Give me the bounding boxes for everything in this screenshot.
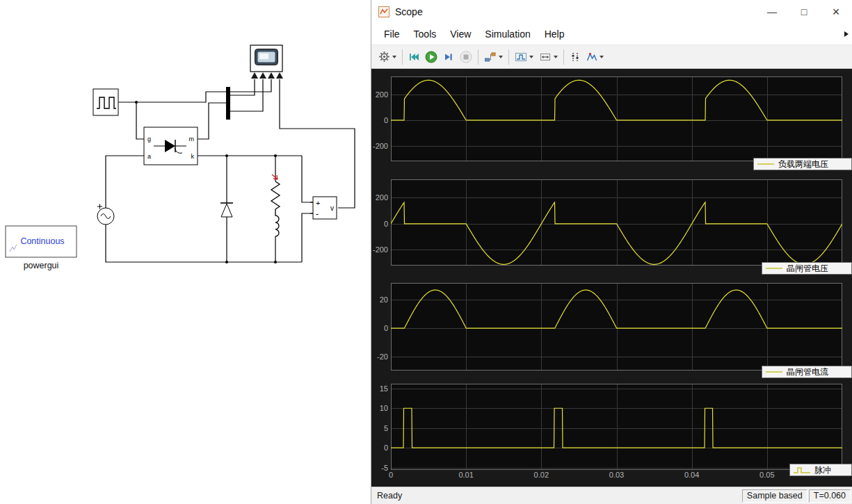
legend-label: 脉冲 — [814, 464, 831, 476]
plus-terminal-icon — [97, 204, 102, 209]
legend-thyristor-voltage[interactable]: 晶闸管电压 — [762, 262, 852, 275]
x-tick-label: 0.03 — [609, 471, 624, 479]
settings-gear-icon — [378, 51, 390, 63]
step-back-button[interactable] — [405, 47, 422, 66]
wire-a-to-source — [106, 156, 144, 208]
menu-view[interactable]: View — [443, 26, 478, 42]
series-rlc-branch-block[interactable] — [271, 174, 280, 236]
title-bar[interactable]: Scope — □ × — [371, 0, 852, 24]
highlight-source-button[interactable] — [481, 47, 506, 66]
minimize-button[interactable]: — — [756, 0, 788, 24]
scope-screen-icon — [255, 49, 278, 65]
trigger-icon — [515, 51, 527, 63]
y-tick-label: 0 — [371, 444, 388, 452]
y-tick-label: 200 — [371, 193, 388, 202]
powergui-mode-label: Continuous — [20, 236, 64, 246]
legend-line-sample — [757, 161, 775, 168]
cursor-measurements-button[interactable] — [567, 47, 584, 66]
menu-overflow-arrow-icon[interactable] — [844, 31, 849, 37]
desktop: g a m k — [0, 0, 852, 504]
wire-demux-out1 — [230, 79, 255, 95]
voltage-measurement-block[interactable]: + - v — [310, 197, 337, 219]
plot-area: 2000-200 2000-200 200-20 151050-5 负载两端电压… — [371, 69, 852, 487]
wire-to-voltmeter-plus — [302, 156, 313, 202]
powergui-block[interactable]: Continuous powergui — [6, 226, 77, 270]
scope-app-icon — [378, 6, 389, 17]
close-button[interactable]: × — [820, 0, 852, 24]
menu-file[interactable]: File — [377, 26, 407, 42]
status-bar: Ready Sample based T=0.060 — [371, 487, 852, 504]
waveform-canvas[interactable] — [391, 76, 842, 161]
menu-tools[interactable]: Tools — [407, 26, 444, 42]
maximize-button[interactable]: □ — [788, 0, 820, 24]
scope-window: Scope — □ × FileToolsViewSimulationHelp — [371, 0, 852, 504]
port-label-m: m — [189, 136, 195, 143]
legend-pulse-sample — [793, 466, 811, 474]
run-icon — [425, 51, 437, 63]
peak-finder-button[interactable] — [584, 47, 606, 66]
port-label-k: k — [191, 153, 195, 160]
powergui-name-label: powergui — [24, 261, 59, 270]
y-tick-label: 10 — [371, 404, 388, 412]
trigger-button[interactable] — [512, 47, 536, 66]
scope-block[interactable] — [250, 45, 283, 79]
waveform-canvas[interactable] — [391, 283, 842, 371]
y-tick-label: 20 — [371, 295, 388, 304]
legend-load-voltage[interactable]: 负载两端电压 — [753, 158, 852, 170]
legend-label: 晶闸管电压 — [787, 263, 828, 275]
trigger-dropdown-icon[interactable] — [529, 56, 533, 58]
x-tick-label: 0.02 — [534, 471, 549, 479]
y-tick-label: -200 — [371, 142, 388, 150]
y-tick-label: 0 — [371, 324, 388, 332]
step-back-icon — [408, 51, 419, 63]
pulse-generator-block[interactable] — [93, 89, 118, 115]
span-dropdown-icon[interactable] — [554, 56, 558, 58]
diode-block[interactable] — [220, 203, 233, 217]
menu-help[interactable]: Help — [538, 26, 572, 42]
scope-input-ports — [251, 72, 283, 79]
voltmeter-minus-label: - — [316, 209, 319, 219]
thyristor-block[interactable]: g a m k — [144, 127, 198, 165]
window-title: Scope — [395, 6, 423, 17]
peak-finder-icon — [586, 51, 597, 63]
voltmeter-output-label: v — [330, 204, 334, 212]
settings-dropdown-icon[interactable] — [392, 56, 396, 58]
inductor-icon — [275, 214, 279, 236]
toolbar — [371, 44, 852, 69]
x-tick-label: 0 — [389, 471, 393, 479]
wire-junctions — [135, 101, 277, 263]
menu-simulation[interactable]: Simulation — [478, 26, 537, 42]
menu-bar: FileToolsViewSimulationHelp — [371, 24, 852, 44]
legend-line-sample — [765, 265, 783, 272]
sample-mode-indicator: Sample based — [742, 489, 807, 503]
sim-time-indicator: T=0.060 — [809, 489, 851, 503]
run-button[interactable] — [422, 47, 440, 66]
peak-finder-dropdown-icon[interactable] — [600, 56, 604, 58]
span-button[interactable] — [536, 47, 561, 66]
wire-voltmeter-to-scope — [280, 79, 355, 208]
step-forward-button[interactable] — [440, 47, 457, 66]
highlight-dropdown-icon[interactable] — [499, 56, 503, 58]
x-tick-label: 0.04 — [684, 471, 699, 479]
y-tick-label: -200 — [371, 245, 388, 254]
y-tick-label: -20 — [371, 352, 388, 361]
scope-plot-thyristor-voltage: 2000-200 — [371, 179, 852, 266]
scope-plot-load-voltage: 2000-200 — [371, 76, 852, 161]
simulink-model-canvas: g a m k — [0, 0, 371, 504]
waveform-canvas[interactable] — [391, 179, 842, 266]
waveform-canvas[interactable] — [391, 384, 842, 470]
wire-pulse-to-scope — [118, 79, 271, 102]
stop-button[interactable] — [457, 47, 475, 66]
legend-label: 负载两端电压 — [778, 158, 828, 170]
scope-plot-thyristor-current: 200-20 — [371, 283, 852, 371]
legend-pulse[interactable]: 脉冲 — [789, 464, 852, 476]
port-label-g: g — [147, 136, 151, 143]
demux-block[interactable] — [226, 87, 230, 120]
wire-pulse-to-gate — [136, 102, 144, 139]
legend-label: 晶闸管电流 — [787, 366, 828, 378]
legend-thyristor-current[interactable]: 晶闸管电流 — [762, 366, 852, 378]
settings-button[interactable] — [376, 47, 399, 66]
step-forward-icon — [443, 51, 454, 63]
y-tick-label: 15 — [371, 384, 388, 393]
y-tick-label: -5 — [371, 464, 388, 472]
